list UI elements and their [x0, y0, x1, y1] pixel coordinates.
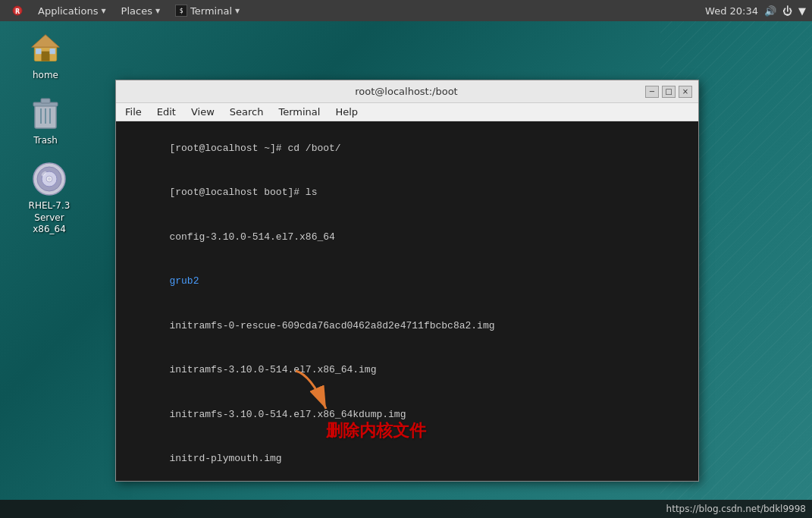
- svg-point-17: [48, 177, 51, 181]
- term-line-3: config-3.10.0-514.el7.x86_64: [122, 215, 692, 259]
- menu-help[interactable]: Help: [329, 105, 364, 119]
- annotation-text: 删除内核文件: [326, 419, 426, 442]
- menu-terminal[interactable]: Terminal: [272, 105, 326, 119]
- taskbar: R Applications ▼ Places ▼ $ Terminal ▼ W…: [0, 0, 812, 21]
- rhel-icon-label: RHEL-7.3 Serverx86_64: [15, 200, 83, 236]
- terminal-title: root@localhost:/boot: [168, 86, 645, 97]
- desktop-icon-rhel[interactable]: RHEL-7.3 Serverx86_64: [15, 161, 83, 236]
- minimize-button[interactable]: −: [645, 86, 659, 98]
- taskbar-power-arrow: ▼: [798, 5, 806, 17]
- home-icon: [27, 30, 64, 67]
- trash-icon: [27, 96, 64, 132]
- trash-icon-label: Trash: [33, 135, 58, 146]
- desktop-icon-trash[interactable]: Trash: [15, 96, 76, 146]
- terminal-mini-icon: $: [175, 5, 187, 17]
- svg-rect-5: [36, 49, 41, 54]
- taskbar-datetime: Wed 20:34: [705, 5, 758, 17]
- taskbar-right: Wed 20:34 🔊 ⏻ ▼: [705, 5, 806, 17]
- window-controls: − □ ×: [645, 86, 692, 98]
- desktop-icon-home[interactable]: home: [15, 30, 76, 80]
- svg-rect-4: [42, 52, 50, 61]
- bottom-url: https://blog.csdn.net/bdkl9998: [666, 504, 806, 514]
- annotation-arrow: [288, 367, 349, 419]
- menu-edit[interactable]: Edit: [151, 105, 182, 119]
- terminal-menubar: File Edit View Search Terminal Help: [116, 103, 698, 121]
- term-line-4: grub2: [122, 259, 692, 304]
- desktop-icons: home Trash: [15, 30, 83, 236]
- taskbar-places[interactable]: Places ▼: [115, 4, 167, 18]
- term-line-1: [root@localhost ~]# cd /boot/: [122, 126, 692, 171]
- svg-text:R: R: [15, 8, 20, 15]
- desktop: R Applications ▼ Places ▼ $ Terminal ▼ W…: [0, 0, 812, 518]
- taskbar-left: R Applications ▼ Places ▼ $ Terminal ▼: [6, 3, 246, 18]
- terminal-titlebar: root@localhost:/boot − □ ×: [116, 80, 698, 103]
- bottom-bar: https://blog.csdn.net/bdkl9998: [0, 500, 812, 518]
- term-line-2: [root@localhost boot]# ls: [122, 171, 692, 215]
- close-button[interactable]: ×: [679, 86, 692, 98]
- menu-search[interactable]: Search: [224, 105, 270, 119]
- menu-view[interactable]: View: [185, 105, 221, 119]
- term-line-5: initramfs-0-rescue-609cda76acd0462a8d2e4…: [122, 303, 692, 348]
- maximize-button[interactable]: □: [662, 86, 676, 98]
- svg-rect-6: [50, 49, 55, 54]
- rhel-cd-icon: [31, 161, 67, 197]
- taskbar-volume-icon: 🔊: [764, 5, 776, 17]
- svg-marker-3: [32, 35, 60, 47]
- term-line-6: initramfs-3.10.0-514.el7.x86_64.img: [122, 348, 692, 393]
- menu-file[interactable]: File: [119, 105, 148, 119]
- home-icon-label: home: [33, 70, 58, 80]
- svg-rect-9: [41, 99, 50, 103]
- taskbar-system-icon: R: [6, 4, 29, 17]
- term-line-8: initrd-plymouth.img: [122, 437, 692, 482]
- taskbar-power-icon[interactable]: ⏻: [782, 5, 792, 17]
- taskbar-applications[interactable]: Applications ▼: [32, 4, 112, 18]
- taskbar-terminal[interactable]: $ Terminal ▼: [169, 3, 246, 18]
